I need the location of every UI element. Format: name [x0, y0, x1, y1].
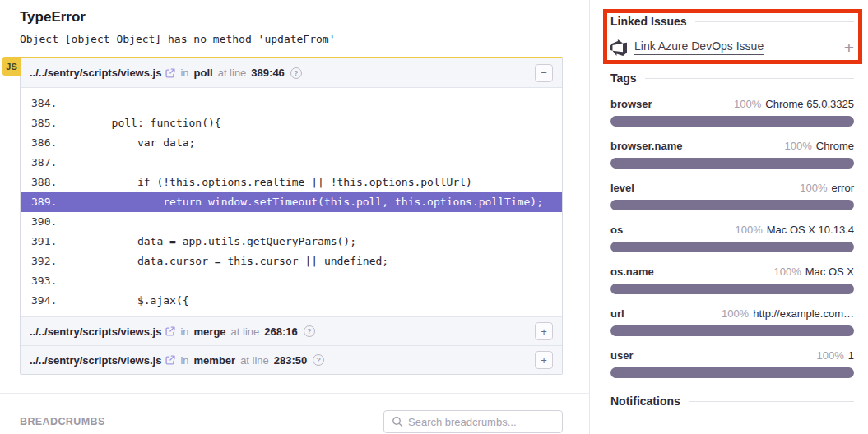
line-number: 393. [21, 271, 60, 291]
tag-distribution-bar [610, 200, 854, 210]
code-line: 392. data.cursor = this.cursor || undefi… [21, 252, 562, 271]
language-badge: JS [2, 57, 21, 76]
code-line: 391. data = app.utils.getQueryParams(); [21, 232, 562, 252]
main-content: TypeError Object [object Object] has no … [0, 0, 589, 434]
breadcrumbs-title: BREADCRUMBS [20, 416, 105, 427]
line-source: var data; [60, 136, 195, 149]
external-link-icon [165, 68, 175, 78]
tag-value[interactable]: Chrome [816, 140, 854, 152]
search-icon [392, 416, 403, 427]
code-context: 384. 385. poll: function(){ 386. var dat… [21, 88, 562, 316]
frame-function: merge [194, 326, 226, 338]
stack-frame-header[interactable]: ../../sentry/scripts/views.js in poll at… [21, 58, 562, 88]
heading-rule [645, 78, 854, 79]
frame-expand-button[interactable]: + [535, 322, 553, 340]
section-divider [0, 393, 589, 394]
azure-devops-icon [610, 39, 627, 56]
search-input[interactable] [408, 416, 555, 428]
code-line: 390. [21, 212, 562, 232]
notifications-heading: Notifications [610, 395, 854, 408]
tag-percent: 100% [774, 265, 801, 278]
linked-issues-section: Linked Issues Link Azure DevOps Issue + [610, 0, 854, 56]
frame-collapse-button[interactable]: − [535, 64, 553, 82]
tag-key: user [610, 349, 633, 362]
frame-function: member [194, 354, 236, 367]
line-number: 389. [21, 192, 60, 212]
sidebar-divider [589, 0, 590, 434]
line-number: 385. [21, 113, 60, 133]
tag-value[interactable]: Mac OS X [805, 265, 854, 278]
tag-value[interactable]: error [832, 182, 854, 194]
tag-value[interactable]: Chrome 65.0.3325 [765, 98, 854, 110]
external-link-icon [165, 326, 175, 336]
question-icon[interactable]: ? [313, 354, 324, 366]
add-linked-issue-button[interactable]: + [844, 39, 854, 56]
tag-percent: 100% [785, 140, 812, 152]
line-number: 388. [21, 173, 60, 192]
tag-row: url 100%http://example.com… [610, 307, 854, 336]
frame-function: poll [194, 67, 213, 79]
code-line: 394. $.ajax({ [21, 291, 562, 311]
tag-percent: 100% [736, 224, 763, 236]
tags-section: Tags browser 100%Chrome 65.0.3325 browse… [610, 72, 854, 378]
line-number: 394. [21, 291, 60, 311]
linked-issue-row: Link Azure DevOps Issue + [610, 39, 854, 56]
breadcrumbs-search[interactable] [383, 410, 563, 433]
frame-expand-button[interactable]: + [535, 351, 553, 369]
link-azure-devops-issue-link[interactable]: Link Azure DevOps Issue [634, 39, 764, 55]
sidebar: Linked Issues Link Azure DevOps Issue + … [610, 0, 854, 408]
tag-key: browser [610, 98, 652, 110]
line-number: 392. [21, 252, 60, 271]
tag-row: user 100%1 [610, 349, 854, 378]
question-icon[interactable]: ? [304, 326, 315, 337]
frame-filename-link[interactable]: ../../sentry/scripts/views.js [30, 67, 161, 79]
tag-row: browser 100%Chrome 65.0.3325 [610, 98, 854, 127]
linked-issues-title: Linked Issues [610, 15, 687, 28]
tag-value[interactable]: 1 [848, 349, 854, 362]
frame-in-label: in [180, 354, 188, 367]
line-number: 390. [21, 212, 60, 232]
tag-distribution-bar [610, 326, 854, 336]
frame-filename-link[interactable]: ../../sentry/scripts/views.js [30, 326, 161, 338]
code-line: 387. [21, 153, 562, 173]
stack-frame-header[interactable]: ../../sentry/scripts/views.js in merge a… [21, 316, 562, 345]
code-line: 393. [21, 271, 562, 291]
tag-row: level 100%error [610, 182, 854, 210]
tag-row: os.name 100%Mac OS X [610, 265, 854, 294]
line-number: 384. [21, 94, 60, 113]
tag-key: os [610, 224, 623, 236]
frame-in-label: in [180, 326, 188, 338]
tag-value[interactable]: http://example.com… [753, 307, 854, 320]
code-line: 385. poll: function(){ [21, 113, 562, 133]
tag-key: url [610, 307, 624, 320]
error-message: Object [object Object] has no method 'up… [20, 33, 589, 45]
external-link-icon [165, 355, 175, 365]
question-icon[interactable]: ? [290, 67, 302, 79]
tag-distribution-bar [610, 116, 854, 127]
tag-percent: 100% [722, 307, 749, 320]
stack-frame-header[interactable]: ../../sentry/scripts/views.js in member … [21, 345, 562, 374]
frame-at-label: at line [218, 67, 247, 79]
tag-distribution-bar [610, 284, 854, 294]
tag-key: level [610, 182, 634, 194]
tag-row: browser.name 100%Chrome [610, 140, 854, 169]
line-number: 391. [21, 232, 60, 252]
tag-distribution-bar [610, 367, 854, 378]
page-title: TypeError [20, 9, 589, 25]
tag-percent: 100% [800, 182, 827, 194]
tag-value[interactable]: Mac OS X 10.13.4 [767, 224, 854, 236]
line-number: 386. [21, 133, 60, 153]
frame-line-number: 283:50 [274, 354, 307, 367]
tag-distribution-bar [610, 242, 854, 252]
heading-rule [689, 401, 854, 402]
frame-filename-link[interactable]: ../../sentry/scripts/views.js [30, 354, 161, 367]
frame-in-label: in [180, 67, 188, 79]
frame-line-number: 268:16 [264, 326, 297, 338]
linked-issues-heading: Linked Issues [610, 15, 854, 28]
breadcrumbs-header: BREADCRUMBS [20, 410, 563, 433]
tag-percent: 100% [817, 349, 844, 362]
line-source: $.ajax({ [60, 294, 189, 307]
frame-line-number: 389:46 [251, 67, 284, 79]
heading-rule [695, 21, 854, 22]
frame-at-label: at line [231, 326, 260, 338]
